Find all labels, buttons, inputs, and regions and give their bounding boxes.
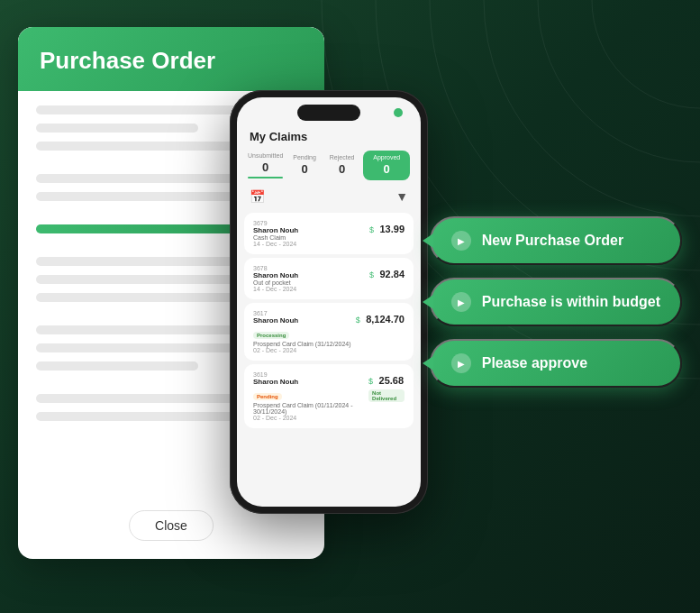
po-card-header: Purchase Order [18, 27, 324, 91]
po-line-2 [36, 124, 198, 133]
calendar-icon[interactable]: 📅 [250, 189, 265, 204]
phone-outer: My Claims Unsubmitted 0 Pending 0 Reject… [230, 90, 428, 514]
po-title: Purchase Order [40, 47, 303, 75]
app-title: My Claims [250, 130, 307, 143]
new-purchase-order-button[interactable]: ▶ New Purchase Order [430, 216, 682, 265]
dollar-icon: $ [369, 270, 374, 279]
status-dot [394, 108, 403, 117]
po-line-3 [36, 142, 239, 151]
status-badge: Processing [253, 332, 289, 339]
action-btn-label-1: New Purchase Order [482, 233, 623, 249]
please-approve-button[interactable]: ▶ Please approve [430, 339, 682, 388]
dollar-icon: $ [356, 316, 360, 325]
svg-point-0 [592, 0, 700, 108]
claim-item[interactable]: 3678 Sharon Nouh Out of pocket 14 - Dec … [244, 258, 414, 299]
claim-item[interactable]: 3619 Sharon Nouh Pending Prospend Card C… [244, 364, 414, 428]
status-badge: Pending [253, 393, 282, 400]
filter-row: 📅 ▼ [237, 184, 421, 209]
action-btn-label-2: Purchase is within budget [482, 294, 660, 310]
delivery-badge: Not Delivered [368, 389, 405, 402]
claims-tabs: Unsubmitted 0 Pending 0 Rejected 0 Appro… [237, 151, 421, 180]
phone-notch [297, 105, 360, 121]
action-buttons: ▶ New Purchase Order ▶ Purchase is withi… [430, 216, 682, 388]
claims-list: 3679 Sharon Nouh Cash Claim 14 - Dec - 2… [237, 209, 421, 501]
tab-rejected[interactable]: Rejected 0 [326, 154, 359, 177]
dollar-icon: $ [369, 225, 374, 234]
tab-unsubmitted[interactable]: Unsubmitted 0 [248, 152, 283, 178]
purchase-within-budget-button[interactable]: ▶ Purchase is within budget [430, 278, 682, 326]
claim-item[interactable]: 3617 Sharon Nouh Processing Prospend Car… [244, 303, 414, 361]
phone-screen: My Claims Unsubmitted 0 Pending 0 Reject… [237, 97, 421, 507]
dollar-icon: $ [368, 377, 373, 386]
tab-approved[interactable]: Approved 0 [363, 151, 410, 180]
svg-point-2 [484, 0, 700, 216]
claim-item[interactable]: 3679 Sharon Nouh Cash Claim 14 - Dec - 2… [244, 213, 414, 254]
play-icon-1: ▶ [451, 231, 471, 251]
phone: My Claims Unsubmitted 0 Pending 0 Reject… [230, 90, 428, 514]
close-button[interactable]: Close [129, 510, 214, 541]
action-btn-label-3: Please approve [482, 355, 587, 371]
filter-icon[interactable]: ▼ [395, 189, 408, 204]
svg-point-1 [538, 0, 700, 162]
play-icon-3: ▶ [451, 353, 471, 373]
play-icon-2: ▶ [451, 292, 471, 312]
po-line-5 [36, 192, 239, 201]
tab-pending[interactable]: Pending 0 [288, 154, 321, 177]
